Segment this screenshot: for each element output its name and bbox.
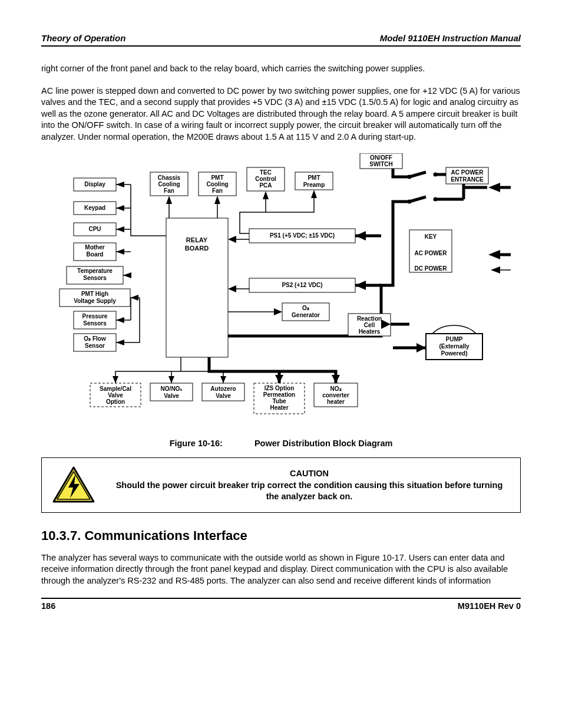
svg-text:PUMP: PUMP xyxy=(446,336,463,342)
svg-text:IZS Option: IZS Option xyxy=(265,385,295,391)
svg-text:Keypad: Keypad xyxy=(84,205,105,211)
svg-marker-102 xyxy=(228,236,236,243)
svg-text:Temperature: Temperature xyxy=(77,268,113,274)
electrical-hazard-icon xyxy=(52,466,95,504)
svg-marker-99 xyxy=(214,196,220,204)
svg-text:Preamp: Preamp xyxy=(303,182,325,188)
svg-marker-32 xyxy=(123,272,131,278)
svg-marker-98 xyxy=(166,196,172,204)
svg-text:TEC: TEC xyxy=(260,169,272,176)
svg-text:Permeation: Permeation xyxy=(263,391,295,398)
svg-text:Heater: Heater xyxy=(270,404,288,411)
paragraph-continuation: right corner of the front panel and back… xyxy=(41,63,521,75)
svg-marker-113 xyxy=(332,375,340,383)
section-number: 10.3.7. xyxy=(41,528,81,543)
svg-text:Valve: Valve xyxy=(108,392,123,398)
svg-marker-33 xyxy=(130,295,138,301)
svg-text:Board: Board xyxy=(87,251,104,258)
svg-text:Sensors: Sensors xyxy=(83,275,107,281)
svg-marker-111 xyxy=(220,376,226,383)
svg-marker-6 xyxy=(491,266,500,274)
svg-text:(Externally: (Externally xyxy=(439,343,470,350)
svg-marker-110 xyxy=(168,376,174,383)
svg-marker-29 xyxy=(116,205,124,211)
svg-marker-35 xyxy=(116,340,124,345)
page-footer: 186 M9110EH Rev 0 xyxy=(41,598,521,611)
header-left: Theory of Operation xyxy=(41,33,125,43)
svg-marker-112 xyxy=(275,375,283,383)
svg-text:Cooling: Cooling xyxy=(206,181,228,187)
caution-heading: CAUTION xyxy=(109,468,510,480)
svg-marker-107 xyxy=(416,343,426,353)
page-header: Theory of Operation Model 9110EH Instruc… xyxy=(41,33,521,47)
svg-text:O₃: O₃ xyxy=(302,305,309,311)
svg-text:RELAY: RELAY xyxy=(186,236,208,243)
svg-text:heater: heater xyxy=(327,398,345,405)
svg-text:SWITCH: SWITCH xyxy=(369,161,392,167)
header-right: Model 9110EH Instruction Manual xyxy=(380,33,521,43)
svg-text:Sensors: Sensors xyxy=(83,320,107,327)
svg-text:NO/NOₓ: NO/NOₓ xyxy=(161,386,183,392)
svg-text:Generator: Generator xyxy=(292,312,320,318)
svg-marker-31 xyxy=(116,249,124,255)
svg-marker-103 xyxy=(228,285,236,292)
svg-text:Fan: Fan xyxy=(212,187,223,194)
svg-marker-30 xyxy=(116,226,124,232)
svg-text:AC POWER: AC POWER xyxy=(451,169,484,176)
svg-text:Reaction: Reaction xyxy=(357,315,382,322)
svg-text:Fan: Fan xyxy=(164,187,174,194)
svg-text:Option: Option xyxy=(106,398,125,405)
svg-text:PS1 (+5 VDC; ±15 VDC): PS1 (+5 VDC; ±15 VDC) xyxy=(270,232,335,239)
svg-marker-4 xyxy=(488,183,500,192)
doc-revision: M9110EH Rev 0 xyxy=(458,601,521,611)
figure-title: Power Distribution Block Diagram xyxy=(254,439,392,448)
svg-text:NO₂: NO₂ xyxy=(330,386,342,392)
svg-text:Chassis: Chassis xyxy=(158,174,181,181)
svg-text:PMT High: PMT High xyxy=(81,291,108,297)
svg-text:BOARD: BOARD xyxy=(185,245,209,252)
section-title: Communications Interface xyxy=(84,528,247,543)
svg-text:KEY: KEY xyxy=(425,233,437,240)
caution-body: Should the power circuit breaker trip co… xyxy=(109,480,510,503)
svg-marker-5 xyxy=(488,250,500,259)
svg-text:PCA: PCA xyxy=(259,182,272,189)
svg-text:Display: Display xyxy=(84,181,105,187)
svg-text:ON/OFF: ON/OFF xyxy=(370,154,392,161)
svg-text:Sample/Cal: Sample/Cal xyxy=(100,386,131,392)
svg-text:Pressure: Pressure xyxy=(82,313,108,319)
power-distribution-diagram: Display Keypad CPU MotherBoard Temperatu… xyxy=(51,153,511,430)
svg-text:PS2 (+12 VDC): PS2 (+12 VDC) xyxy=(282,282,322,288)
svg-text:DC POWER: DC POWER xyxy=(415,265,448,272)
svg-text:Valve: Valve xyxy=(216,393,231,399)
svg-marker-101 xyxy=(311,190,317,198)
svg-text:AC POWER: AC POWER xyxy=(415,250,448,256)
svg-text:Autozero: Autozero xyxy=(210,386,236,392)
svg-point-2 xyxy=(434,197,438,202)
svg-text:Heaters: Heaters xyxy=(359,328,381,335)
svg-text:Mother: Mother xyxy=(85,244,104,251)
svg-text:Control: Control xyxy=(255,176,276,182)
svg-text:Voltage Supply: Voltage Supply xyxy=(74,298,116,304)
svg-text:converter: converter xyxy=(322,392,349,398)
svg-text:CPU: CPU xyxy=(88,226,101,232)
svg-text:Sensor: Sensor xyxy=(85,342,105,349)
svg-text:Powered): Powered) xyxy=(441,350,467,357)
svg-marker-28 xyxy=(116,182,124,187)
svg-text:Cell: Cell xyxy=(364,322,375,328)
paragraph-power-description: AC line power is stepped down and conver… xyxy=(41,85,521,143)
svg-text:ENTRANCE: ENTRANCE xyxy=(451,176,484,183)
caution-box: CAUTION Should the power circuit breaker… xyxy=(41,457,521,513)
figure-label: Figure 10-16: xyxy=(170,439,223,448)
svg-text:Tube: Tube xyxy=(272,398,286,404)
svg-marker-100 xyxy=(263,191,269,199)
svg-text:O₃ Flow: O₃ Flow xyxy=(84,335,106,342)
svg-marker-104 xyxy=(355,231,366,241)
svg-marker-105 xyxy=(355,281,366,290)
svg-marker-34 xyxy=(116,317,124,323)
page-number: 186 xyxy=(41,601,55,611)
figure-caption: Figure 10-16: Power Distribution Block D… xyxy=(41,439,521,448)
paragraph-communications: The analyzer has several ways to communi… xyxy=(41,552,521,587)
svg-text:PMT: PMT xyxy=(308,174,320,181)
svg-point-0 xyxy=(434,173,438,177)
svg-text:Valve: Valve xyxy=(164,393,179,399)
